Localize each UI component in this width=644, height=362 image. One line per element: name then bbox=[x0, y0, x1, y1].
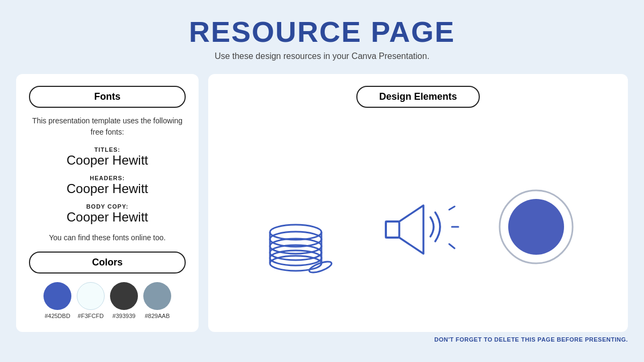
swatch-2: #F3FCFD bbox=[77, 282, 105, 319]
font-name-body: Cooper Hewitt bbox=[29, 210, 186, 225]
swatch-circle-4 bbox=[143, 282, 171, 310]
svg-point-22 bbox=[508, 199, 564, 255]
svg-rect-17 bbox=[386, 221, 399, 238]
swatch-label-4: #829AAB bbox=[145, 313, 170, 319]
design-elements-badge: Design Elements bbox=[356, 86, 479, 108]
swatch-circle-1 bbox=[43, 282, 71, 310]
megaphone-icon bbox=[370, 179, 466, 275]
swatch-3: #393939 bbox=[110, 282, 138, 319]
page-subtitle: Use these design resources in your Canva… bbox=[189, 51, 455, 61]
coins-icon bbox=[257, 179, 343, 275]
swatch-label-3: #393939 bbox=[113, 313, 136, 319]
circle-icon bbox=[493, 184, 579, 270]
swatch-1: #425DBD bbox=[43, 282, 71, 319]
footer-note-text: DON'T FORGET TO DELETE THIS PAGE BEFORE … bbox=[434, 336, 628, 343]
page-header: RESOURCE PAGE Use these design resources… bbox=[189, 0, 455, 67]
swatch-circle-3 bbox=[110, 282, 138, 310]
font-label-body: BODY COPY: bbox=[29, 203, 186, 210]
font-name-titles: Cooper Hewitt bbox=[29, 153, 186, 168]
swatch-label-2: #F3FCFD bbox=[78, 313, 104, 319]
svg-line-20 bbox=[449, 244, 455, 248]
font-label-headers: HEADERS: bbox=[29, 175, 186, 181]
font-label-titles: TITLES: bbox=[29, 146, 186, 153]
coins-icon-wrapper bbox=[252, 173, 348, 280]
left-panel: Fonts This presentation template uses th… bbox=[16, 74, 199, 332]
font-entry-body: BODY COPY: Cooper Hewitt bbox=[29, 203, 186, 225]
right-panel: Design Elements bbox=[208, 74, 628, 332]
font-name-headers: Cooper Hewitt bbox=[29, 181, 186, 197]
page-title: RESOURCE PAGE bbox=[189, 15, 455, 48]
font-entry-headers: HEADERS: Cooper Hewitt bbox=[29, 175, 186, 197]
svg-line-18 bbox=[449, 206, 455, 210]
megaphone-icon-wrapper bbox=[370, 173, 466, 280]
swatch-label-1: #425DBD bbox=[45, 313, 70, 319]
fonts-badge: Fonts bbox=[29, 86, 186, 108]
fonts-description: This presentation template uses the foll… bbox=[29, 115, 186, 138]
color-swatches: #425DBD #F3FCFD #393939 #829AAB bbox=[29, 282, 186, 319]
swatch-4: #829AAB bbox=[143, 282, 171, 319]
swatch-circle-2 bbox=[77, 282, 105, 310]
font-entry-titles: TITLES: Cooper Hewitt bbox=[29, 146, 186, 168]
fonts-note: You can find these fonts online too. bbox=[29, 233, 186, 242]
footer-note: DON'T FORGET TO DELETE THIS PAGE BEFORE … bbox=[0, 332, 644, 346]
main-content: Fonts This presentation template uses th… bbox=[0, 74, 644, 332]
colors-badge: Colors bbox=[29, 252, 186, 274]
circle-icon-wrapper bbox=[488, 173, 584, 280]
design-icons-row bbox=[252, 135, 584, 319]
